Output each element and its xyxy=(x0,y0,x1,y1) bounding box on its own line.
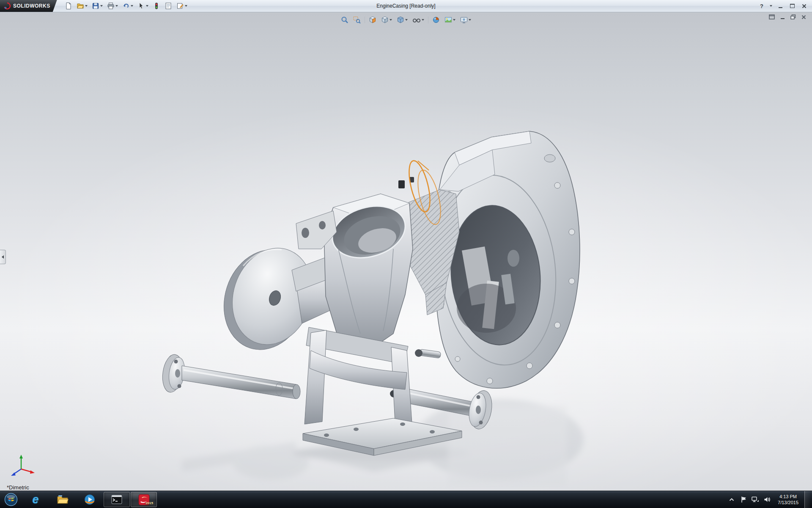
axle-rod-left[interactable] xyxy=(160,353,300,399)
apply-scene-button[interactable] xyxy=(444,15,456,25)
chevron-left-icon xyxy=(2,255,4,259)
zoom-to-area-icon xyxy=(353,16,361,24)
maximize-button[interactable] xyxy=(788,3,796,9)
maximize-icon xyxy=(790,4,795,8)
print-button[interactable] xyxy=(105,1,120,11)
options-button[interactable] xyxy=(175,1,189,11)
internet-explorer-icon: e xyxy=(32,494,38,505)
view-orientation-button[interactable] xyxy=(380,15,393,25)
show-desktop-button[interactable] xyxy=(804,491,810,508)
casing-housing[interactable] xyxy=(431,131,580,388)
section-view-button[interactable] xyxy=(368,15,377,25)
doc-close-icon xyxy=(801,15,806,19)
open-dropdown-caret[interactable] xyxy=(85,5,88,7)
minimize-icon xyxy=(779,7,782,8)
open-folder-icon xyxy=(77,2,84,10)
taskbar-media-player[interactable] xyxy=(77,492,103,507)
print-dropdown-caret[interactable] xyxy=(115,5,118,7)
document-window-controls xyxy=(768,14,807,20)
taskbar-solidworks[interactable]: 2015 xyxy=(131,492,157,507)
view-settings-icon xyxy=(460,16,468,24)
new-document-button[interactable] xyxy=(63,1,74,11)
minimize-button[interactable] xyxy=(776,3,784,9)
action-center-flag-icon xyxy=(741,496,747,503)
view-settings-button[interactable] xyxy=(459,15,472,25)
view-orientation-icon xyxy=(381,16,389,24)
hide-show-items-button[interactable] xyxy=(411,15,425,25)
doc-new-window-button[interactable] xyxy=(768,14,775,20)
engine-casing-model[interactable] xyxy=(0,12,812,491)
start-button[interactable] xyxy=(0,491,22,508)
media-player-icon xyxy=(84,494,95,505)
window-controls: ? xyxy=(758,3,812,9)
rebuild-icon xyxy=(153,2,160,10)
hide-show-glasses-icon xyxy=(412,16,421,24)
windows-explorer-icon xyxy=(57,494,69,505)
help-icon: ? xyxy=(760,3,763,9)
save-dropdown-caret[interactable] xyxy=(100,5,103,7)
solidworks-window: SOLIDWORKS xyxy=(0,0,812,508)
section-view-icon xyxy=(369,16,376,24)
zoom-to-fit-button[interactable] xyxy=(340,15,349,25)
display-style-button[interactable] xyxy=(396,15,409,25)
graphics-area[interactable]: *Dimetric xyxy=(0,12,812,491)
display-style-icon xyxy=(397,16,404,24)
hide-show-caret[interactable] xyxy=(422,19,424,21)
view-orientation-caret[interactable] xyxy=(390,19,392,21)
taskbar-windows-explorer[interactable] xyxy=(49,492,76,507)
edit-appearance-button[interactable] xyxy=(431,15,441,25)
chevron-up-icon xyxy=(729,498,734,501)
rebuild-button[interactable] xyxy=(151,1,162,11)
feature-panel-collapse-tab[interactable] xyxy=(0,250,6,264)
zoom-to-fit-icon xyxy=(341,16,348,24)
windows-taskbar: e xyxy=(0,491,812,508)
apply-scene-icon xyxy=(444,16,452,24)
open-button[interactable] xyxy=(75,1,89,11)
undo-button[interactable] xyxy=(121,1,135,11)
display-style-caret[interactable] xyxy=(405,19,408,21)
hidden-icons-button[interactable] xyxy=(727,493,736,506)
windows-start-orb-icon xyxy=(4,493,18,506)
options-dropdown-caret[interactable] xyxy=(185,5,187,7)
close-icon xyxy=(802,4,807,8)
headsup-view-toolbar xyxy=(337,14,475,25)
doc-minimize-icon xyxy=(781,18,785,19)
system-tray: 4:13 PM 7/13/2015 xyxy=(727,491,812,508)
doc-restore-button[interactable] xyxy=(790,14,796,20)
view-orientation-label: *Dimetric xyxy=(7,484,29,491)
help-dropdown-caret[interactable] xyxy=(770,5,772,7)
taskbar-clock[interactable]: 4:13 PM 7/13/2015 xyxy=(774,494,802,505)
taskbar-internet-explorer[interactable]: e xyxy=(22,492,49,507)
dowel-pin[interactable] xyxy=(415,349,441,359)
zoom-to-area-button[interactable] xyxy=(352,15,362,25)
brand-text: SOLIDWORKS xyxy=(13,3,50,9)
doc-close-button[interactable] xyxy=(800,14,807,20)
sheet-properties-button[interactable] xyxy=(163,1,174,11)
undo-icon xyxy=(122,2,130,10)
save-icon xyxy=(92,2,99,10)
help-button[interactable]: ? xyxy=(758,3,765,9)
solidworks-logo: SOLIDWORKS xyxy=(0,0,57,12)
doc-restore-icon xyxy=(790,14,796,19)
new-window-icon xyxy=(769,14,775,19)
support-stand[interactable] xyxy=(303,327,462,456)
standard-toolbar xyxy=(63,1,189,11)
sheet-properties-icon xyxy=(165,2,172,10)
save-button[interactable] xyxy=(90,1,104,11)
cylinder-block[interactable] xyxy=(324,177,414,351)
print-icon xyxy=(107,2,115,10)
new-document-icon xyxy=(65,2,72,10)
close-button[interactable] xyxy=(800,3,808,9)
select-button[interactable] xyxy=(136,1,150,11)
undo-dropdown-caret[interactable] xyxy=(131,5,133,7)
apply-scene-caret[interactable] xyxy=(453,19,455,21)
taskbar-command-prompt[interactable] xyxy=(104,492,130,507)
select-dropdown-caret[interactable] xyxy=(146,5,148,7)
clock-date: 7/13/2015 xyxy=(778,500,798,505)
network-button[interactable] xyxy=(751,493,760,506)
action-center-button[interactable] xyxy=(739,493,748,506)
view-settings-caret[interactable] xyxy=(469,19,471,21)
doc-minimize-button[interactable] xyxy=(779,14,786,20)
volume-button[interactable] xyxy=(763,493,772,506)
options-pencil-icon xyxy=(176,2,184,10)
